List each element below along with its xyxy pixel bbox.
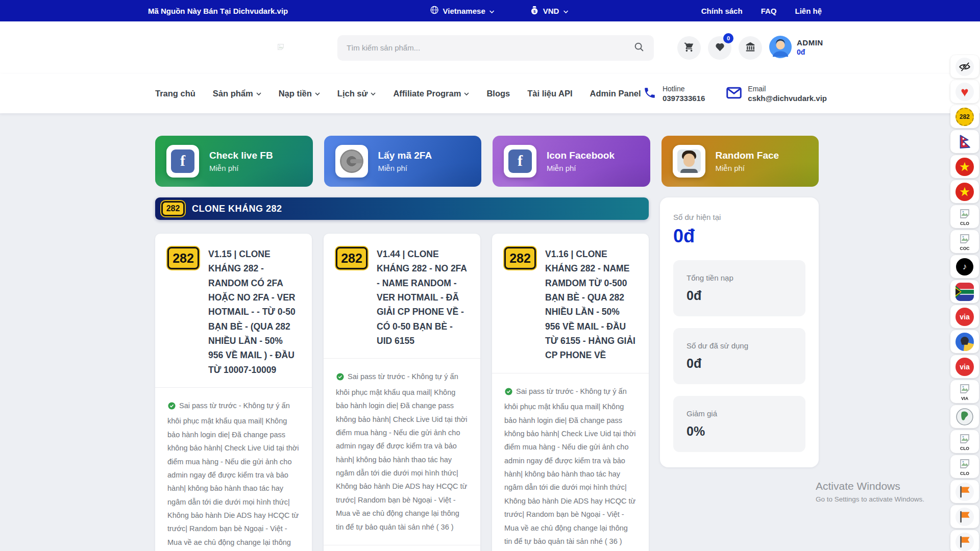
tiktok-icon: ♪	[956, 258, 973, 276]
banner-title: Icon Facebook	[547, 150, 615, 161]
orange-flag-icon	[955, 508, 974, 526]
contact-group: Hotline 0397333616 Email cskh@dichvudark…	[643, 84, 827, 104]
globe-icon	[430, 6, 439, 16]
chevron-down-icon	[315, 92, 320, 96]
currency-label: VND	[543, 7, 559, 15]
broken-image-alt: CLO	[960, 446, 969, 451]
strip-category-flag-1[interactable]	[950, 480, 979, 503]
phone-icon	[643, 86, 656, 102]
banner-icon-facebook[interactable]: f Icon Facebook Miễn phí	[493, 136, 650, 187]
contact-link[interactable]: Liên hệ	[795, 7, 822, 15]
strip-favorites[interactable]: ♥	[950, 80, 979, 103]
nav-item-history[interactable]: Lịch sử	[337, 89, 376, 98]
chevron-down-icon	[464, 92, 469, 96]
logo-zone[interactable]	[155, 43, 337, 53]
282-badge-icon: 282	[167, 247, 199, 269]
globe-americas-icon	[955, 408, 974, 426]
broken-image-alt: CLO	[960, 221, 969, 226]
hotline-contact[interactable]: Hotline 0397333616	[643, 84, 705, 104]
currency-selector[interactable]: $ VND	[530, 6, 569, 16]
language-selector[interactable]: Vietnamese	[430, 6, 495, 16]
strip-category-flag-3[interactable]	[950, 530, 979, 551]
search-input[interactable]	[347, 43, 633, 52]
floating-category-strip: ♥ 282 CLO COC ♪ via	[950, 55, 979, 551]
broken-image-icon	[959, 208, 971, 222]
strip-category-tiktok[interactable]: ♪	[950, 255, 979, 278]
nav-item-blogs[interactable]: Blogs	[486, 89, 510, 98]
strip-category-clone-1[interactable]: CLO	[950, 205, 979, 228]
authenticator-icon	[335, 145, 368, 178]
strip-category-nepal[interactable]	[950, 130, 979, 153]
banner-subtitle: Miễn phí	[209, 164, 273, 172]
product-description: Sai pass từ trước - Không tự ý ấn khôi p…	[155, 388, 312, 551]
broken-image-icon	[959, 383, 971, 397]
check-circle-icon	[336, 372, 345, 385]
eye-slash-icon	[955, 58, 974, 76]
strip-category-avatar[interactable]	[950, 330, 979, 353]
facebook-icon: f	[504, 145, 536, 178]
south-africa-flag-icon	[955, 283, 974, 301]
product-title[interactable]: V1.15 | CLONE KHÁNG 282 - RANDOM CÓ 2FA …	[208, 247, 300, 377]
282-badge-icon: 282	[504, 247, 536, 269]
product-grid: 282 V1.15 | CLONE KHÁNG 282 - RANDOM CÓ …	[155, 234, 649, 551]
strip-category-coc[interactable]: COC	[950, 230, 979, 253]
search-bar	[337, 35, 654, 61]
wallet-panel: Số dư hiện tại 0đ Tổng tiền nạp 0đ Số dư…	[660, 197, 819, 467]
banner-get-2fa[interactable]: Lấy mã 2FA Miễn phí	[324, 136, 482, 187]
nav-item-home[interactable]: Trang chủ	[155, 89, 195, 98]
product-card: 282 V1.15 | CLONE KHÁNG 282 - RANDOM CÓ …	[155, 234, 312, 551]
strip-category-via-broken[interactable]: VIA	[950, 380, 979, 403]
product-description: Sai pass từ trước - Không tự ý ấn khôi p…	[324, 359, 480, 545]
strip-category-south-africa[interactable]	[950, 280, 979, 303]
banner-random-face[interactable]: Random Face Miễn phí	[662, 136, 819, 187]
broken-image-alt: CLO	[960, 471, 969, 476]
avatar	[769, 36, 792, 60]
bank-button[interactable]	[739, 36, 762, 60]
strip-category-via-1[interactable]: via	[950, 305, 979, 328]
strip-category-vietnam-2[interactable]	[950, 180, 979, 203]
facebook-icon: f	[166, 145, 199, 178]
chevron-down-icon	[256, 92, 261, 96]
banner-title: Check live FB	[209, 150, 273, 161]
strip-category-clone-3[interactable]: CLO	[950, 455, 979, 478]
strip-category-vietnam-1[interactable]	[950, 155, 979, 178]
strip-category-globe[interactable]	[950, 405, 979, 428]
wishlist-count-badge: 0	[723, 33, 733, 43]
email-contact[interactable]: Email cskh@dichvudark.vip	[726, 84, 827, 104]
policy-link[interactable]: Chính sách	[701, 7, 743, 15]
search-icon[interactable]	[633, 41, 645, 55]
nav-item-admin-panel[interactable]: Admin Panel	[590, 89, 641, 98]
heart-icon	[715, 42, 725, 54]
user-name: ADMIN	[797, 38, 823, 48]
stat-used-balance: Số dư đã sử dụng 0đ	[673, 328, 805, 384]
nav-item-affiliate[interactable]: Affiliate Program	[393, 89, 469, 98]
product-title[interactable]: V1.16 | CLONE KHÁNG 282 - NAME RAMDOM TỪ…	[545, 247, 636, 363]
strip-hide-button[interactable]	[950, 55, 979, 78]
email-address: cskh@dichvudark.vip	[748, 93, 827, 104]
product-card: 282 V1.16 | CLONE KHÁNG 282 - NAME RAMDO…	[492, 234, 649, 551]
heart-icon: ♥	[955, 83, 974, 101]
broken-image-icon	[959, 458, 971, 472]
section-title: CLONE KHÁNG 282	[192, 204, 282, 214]
face-photo-icon	[673, 145, 705, 178]
strip-category-282[interactable]: 282	[950, 105, 979, 128]
faq-link[interactable]: FAQ	[761, 7, 777, 15]
282-badge-icon: 282	[161, 201, 185, 216]
product-title[interactable]: V1.44 | CLONE KHÁNG 282 - NO 2FA - NAME …	[377, 247, 468, 348]
nav-item-topup[interactable]: Nạp tiền	[279, 89, 320, 98]
broken-image-alt: COC	[960, 246, 970, 251]
broken-image-icon	[959, 233, 971, 247]
strip-category-flag-2[interactable]	[950, 505, 979, 528]
strip-category-via-2[interactable]: via	[950, 355, 979, 378]
282-coin-icon: 282	[955, 108, 974, 126]
nav-item-api-docs[interactable]: Tài liệu API	[527, 89, 572, 98]
topbar-selectors: Vietnamese $ VND	[430, 6, 569, 16]
via-badge-icon: via	[955, 308, 974, 326]
cart-button[interactable]	[677, 36, 701, 60]
strip-category-clone-2[interactable]: CLO	[950, 430, 979, 453]
banner-check-live-fb[interactable]: f Check live FB Miễn phí	[155, 136, 313, 187]
account-menu[interactable]: ADMIN 0đ	[769, 36, 823, 60]
via-badge-icon: via	[955, 358, 974, 376]
wishlist-button[interactable]: 0	[708, 36, 731, 60]
nav-item-products[interactable]: Sản phẩm	[213, 89, 261, 98]
